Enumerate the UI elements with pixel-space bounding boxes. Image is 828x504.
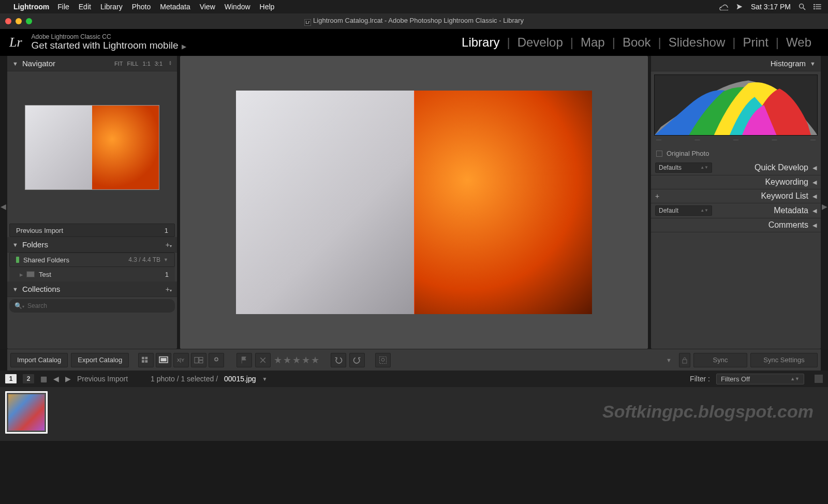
right-panel: Histogram ▼ ————— Original Photo (651, 56, 821, 349)
keyword-list-header[interactable]: Keyword List (712, 191, 808, 201)
sync-button[interactable]: Sync (693, 353, 747, 367)
svg-rect-15 (195, 357, 198, 363)
zoom-button[interactable] (26, 18, 32, 24)
navigator-thumbnail[interactable] (25, 105, 159, 190)
preset-select[interactable]: Defaults▲▼ (655, 162, 712, 173)
secondary-toolbar: Import Catalog Export Catalog X|Y ★★★★★ … (7, 349, 821, 370)
filmstrip[interactable]: Softkingpc.blogspot.com (0, 387, 828, 441)
filmstrip-thumbnail[interactable] (5, 391, 48, 434)
svg-point-0 (800, 4, 804, 8)
filename-menu-icon[interactable]: ▼ (262, 376, 268, 382)
import-catalog-button[interactable]: Import Catalog (10, 353, 68, 367)
forward-icon[interactable]: ▶ (65, 375, 71, 383)
right-panel-toggle-icon[interactable]: ▶ (822, 202, 827, 211)
quick-develop-header[interactable]: Quick Develop (712, 163, 808, 172)
svg-text:X|Y: X|Y (177, 358, 184, 363)
back-icon[interactable]: ◀ (53, 375, 59, 383)
survey-view-icon[interactable] (191, 353, 206, 367)
menu-help[interactable]: Help (260, 3, 275, 11)
module-slideshow[interactable]: Slideshow (661, 35, 732, 50)
chevron-right-icon: ▶ (182, 43, 186, 50)
original-photo-row[interactable]: Original Photo (651, 146, 821, 160)
rating-stars[interactable]: ★★★★★ (274, 354, 320, 366)
menu-photo[interactable]: Photo (132, 3, 151, 11)
loupe-view-icon[interactable] (156, 353, 171, 367)
module-print[interactable]: Print (735, 35, 775, 50)
current-filename: 00015.jpg (224, 375, 256, 383)
loupe-view[interactable] (180, 56, 648, 349)
histogram-header[interactable]: Histogram ▼ (651, 56, 821, 71)
export-catalog-button[interactable]: Export Catalog (71, 353, 129, 367)
main-display-button[interactable]: 1 (5, 374, 17, 383)
keywording-header[interactable]: Keywording (712, 177, 808, 187)
filter-select[interactable]: Filters Off▲▼ (716, 374, 804, 384)
folder-icon (26, 271, 35, 277)
rotate-ccw-icon[interactable] (331, 353, 346, 367)
rotate-cw-icon[interactable] (349, 353, 365, 367)
volume-row[interactable]: Shared Folders 4.3 / 4.4 TB ▼ (9, 253, 175, 267)
toolbar-expand-icon[interactable]: ▼ (666, 357, 672, 363)
app-name[interactable]: Lightroom (13, 3, 49, 11)
lock-icon[interactable] (679, 353, 690, 367)
close-button[interactable] (5, 18, 11, 24)
zoom-3-1[interactable]: 3:1 (155, 61, 162, 67)
window-titlebar: LrLightroom Catalog.lrcat - Adobe Photos… (0, 13, 828, 29)
add-keyword-icon[interactable]: + (655, 192, 712, 200)
folders-header[interactable]: ▼ Folders +▾ (7, 237, 177, 253)
grid-view-icon[interactable] (138, 353, 154, 367)
menu-file[interactable]: File (57, 3, 69, 11)
list-icon[interactable] (814, 3, 822, 10)
histogram-display[interactable] (654, 75, 818, 136)
svg-rect-23 (380, 357, 387, 363)
add-collection-icon[interactable]: +▾ (166, 285, 172, 293)
folders-label: Folders (22, 240, 48, 249)
menu-edit[interactable]: Edit (79, 3, 91, 11)
menu-metadata[interactable]: Metadata (160, 3, 190, 11)
module-web[interactable]: Web (779, 35, 819, 50)
notification-icon[interactable] (735, 3, 744, 11)
module-book[interactable]: Book (615, 35, 658, 50)
filter-lock-icon[interactable] (815, 375, 823, 383)
previous-import-label: Previous Import (16, 227, 63, 234)
compare-view-icon[interactable]: X|Y (173, 353, 189, 367)
menu-view[interactable]: View (200, 3, 215, 11)
module-library[interactable]: Library (454, 35, 507, 50)
checkbox-icon[interactable] (656, 151, 662, 157)
collections-header[interactable]: ▼ Collections +▾ (7, 281, 177, 297)
metadata-header[interactable]: Metadata (712, 206, 808, 215)
volume-label: Shared Folders (23, 256, 69, 264)
zoom-stepper[interactable]: ▲▼ (169, 61, 172, 67)
face-select-icon[interactable] (375, 353, 391, 367)
flag-reject-icon[interactable] (255, 353, 271, 367)
flag-pick-icon[interactable] (236, 353, 252, 367)
add-folder-icon[interactable]: +▾ (166, 241, 172, 249)
zoom-fill[interactable]: FILL (127, 61, 138, 67)
minimize-button[interactable] (16, 18, 22, 24)
people-view-icon[interactable] (209, 353, 224, 367)
source-label[interactable]: Previous Import (77, 375, 128, 383)
module-map[interactable]: Map (573, 35, 612, 50)
expand-icon: ◀ (812, 193, 817, 200)
menu-window[interactable]: Window (225, 3, 250, 11)
folder-row[interactable]: ▸ Test 1 (9, 267, 175, 281)
navigator-header[interactable]: ▼ Navigator FIT FILL 1:1 3:1 ▲▼ (7, 56, 177, 71)
cc-icon[interactable] (719, 3, 728, 10)
collections-search[interactable]: 🔍▾ Search (9, 299, 175, 313)
module-develop[interactable]: Develop (510, 35, 570, 50)
mobile-link[interactable]: Get started with Lightroom mobile▶ (32, 40, 186, 51)
chevron-down-icon[interactable]: ▼ (164, 257, 168, 262)
sync-settings-button[interactable]: Sync Settings (750, 353, 818, 367)
comments-header[interactable]: Comments (712, 220, 808, 230)
metadata-preset-select[interactable]: Default▲▼ (655, 205, 712, 216)
zoom-1-1[interactable]: 1:1 (142, 61, 150, 67)
spotlight-icon[interactable] (798, 3, 806, 11)
left-panel-toggle-icon[interactable]: ◀ (1, 202, 6, 211)
zoom-fit[interactable]: FIT (114, 61, 123, 67)
previous-import-row[interactable]: Previous Import 1 (9, 224, 175, 237)
second-display-button[interactable]: 2 (23, 374, 34, 383)
menu-library[interactable]: Library (100, 3, 123, 11)
menubar-clock[interactable]: Sat 3:17 PM (751, 3, 791, 11)
collapse-icon: ▼ (12, 286, 18, 292)
svg-point-20 (217, 358, 218, 359)
grid-icon[interactable]: ▦ (40, 375, 47, 383)
